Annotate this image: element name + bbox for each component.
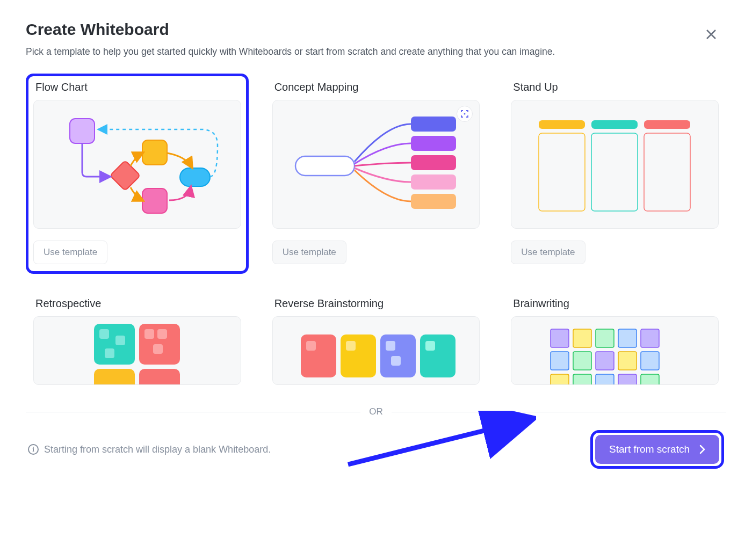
retrospective-icon bbox=[62, 318, 212, 385]
svg-rect-36 bbox=[425, 341, 435, 351]
svg-rect-37 bbox=[551, 329, 569, 347]
svg-rect-44 bbox=[596, 352, 614, 370]
svg-rect-35 bbox=[391, 356, 401, 366]
svg-rect-45 bbox=[618, 352, 637, 370]
svg-rect-32 bbox=[306, 341, 316, 351]
concept-mapping-icon bbox=[285, 108, 467, 221]
svg-rect-40 bbox=[618, 329, 637, 347]
svg-rect-46 bbox=[641, 352, 659, 370]
svg-rect-6 bbox=[411, 117, 456, 132]
svg-rect-43 bbox=[573, 352, 591, 370]
svg-rect-42 bbox=[551, 352, 569, 370]
svg-rect-9 bbox=[411, 174, 456, 190]
svg-rect-38 bbox=[573, 329, 591, 347]
svg-rect-22 bbox=[99, 329, 109, 339]
reverse-brainstorming-icon bbox=[290, 318, 462, 385]
use-template-button[interactable]: Use template bbox=[272, 241, 346, 264]
create-whiteboard-modal: Create Whiteboard Pick a template to hel… bbox=[0, 0, 752, 469]
template-preview bbox=[511, 100, 719, 229]
chevron-right-icon bbox=[699, 445, 705, 454]
svg-rect-41 bbox=[641, 329, 659, 347]
focus-icon[interactable] bbox=[457, 106, 473, 122]
svg-rect-50 bbox=[618, 374, 637, 385]
footer-hint-text: Starting from scratch will display a bla… bbox=[44, 444, 271, 455]
svg-rect-7 bbox=[411, 136, 456, 151]
flow-chart-icon bbox=[51, 108, 223, 221]
brainwriting-icon bbox=[534, 318, 696, 385]
svg-rect-2 bbox=[142, 188, 167, 213]
svg-rect-10 bbox=[411, 194, 456, 209]
svg-rect-1 bbox=[142, 140, 167, 165]
svg-rect-27 bbox=[153, 344, 163, 354]
template-title: Concept Mapping bbox=[272, 81, 480, 93]
svg-rect-0 bbox=[70, 119, 95, 143]
stand-up-icon bbox=[529, 111, 701, 218]
start-from-scratch-button[interactable]: Start from scratch bbox=[595, 435, 719, 464]
annotation-arrow-icon bbox=[343, 411, 536, 470]
svg-point-11 bbox=[464, 113, 466, 115]
use-template-button[interactable]: Use template bbox=[33, 241, 107, 264]
start-from-scratch-highlight: Start from scratch bbox=[590, 430, 724, 469]
svg-rect-51 bbox=[641, 374, 659, 385]
svg-rect-16 bbox=[591, 133, 638, 211]
svg-rect-15 bbox=[539, 133, 585, 211]
svg-rect-8 bbox=[411, 155, 456, 170]
modal-footer: i Starting from scratch will display a b… bbox=[26, 430, 726, 469]
svg-rect-28 bbox=[301, 334, 336, 377]
svg-rect-34 bbox=[386, 341, 395, 351]
template-preview bbox=[511, 316, 719, 385]
svg-rect-29 bbox=[341, 334, 376, 377]
template-grid: Flow Chart bbox=[26, 74, 726, 390]
template-title: Flow Chart bbox=[33, 81, 241, 93]
svg-rect-3 bbox=[110, 161, 141, 191]
svg-rect-4 bbox=[180, 168, 210, 186]
template-preview bbox=[33, 100, 241, 229]
use-template-button[interactable]: Use template bbox=[511, 241, 585, 264]
template-preview bbox=[272, 316, 480, 385]
close-button[interactable] bbox=[704, 27, 719, 42]
svg-rect-39 bbox=[596, 329, 614, 347]
svg-rect-13 bbox=[591, 120, 638, 129]
svg-rect-48 bbox=[573, 374, 591, 385]
svg-rect-12 bbox=[539, 120, 585, 129]
svg-rect-26 bbox=[157, 329, 167, 339]
svg-rect-17 bbox=[644, 133, 690, 211]
template-preview bbox=[33, 316, 241, 385]
close-icon bbox=[705, 28, 717, 40]
svg-rect-47 bbox=[551, 374, 569, 385]
template-title: Stand Up bbox=[511, 81, 719, 93]
info-icon: i bbox=[28, 444, 39, 455]
svg-rect-49 bbox=[596, 374, 614, 385]
template-card-concept-mapping[interactable]: Concept Mapping bbox=[265, 74, 488, 274]
template-card-stand-up[interactable]: Stand Up Use template bbox=[503, 74, 726, 274]
template-title: Retrospective bbox=[33, 297, 241, 310]
svg-line-52 bbox=[348, 420, 525, 464]
template-preview bbox=[272, 100, 480, 229]
svg-rect-5 bbox=[295, 156, 355, 176]
divider-label: OR bbox=[369, 406, 383, 417]
start-from-scratch-label: Start from scratch bbox=[609, 443, 690, 455]
template-card-brainwriting[interactable]: Brainwriting bbox=[503, 290, 726, 390]
svg-rect-33 bbox=[346, 341, 356, 351]
svg-rect-20 bbox=[94, 369, 135, 385]
svg-rect-24 bbox=[105, 348, 114, 358]
template-card-reverse-brainstorming[interactable]: Reverse Brainstorming bbox=[265, 290, 488, 390]
template-card-retrospective[interactable]: Retrospective bbox=[26, 290, 249, 390]
svg-rect-21 bbox=[139, 369, 180, 385]
modal-subtitle: Pick a template to help you get started … bbox=[26, 46, 726, 57]
svg-rect-31 bbox=[420, 334, 455, 377]
template-title: Reverse Brainstorming bbox=[272, 297, 480, 310]
modal-title: Create Whiteboard bbox=[26, 20, 726, 39]
svg-rect-23 bbox=[115, 336, 125, 345]
svg-rect-14 bbox=[644, 120, 690, 129]
template-title: Brainwriting bbox=[511, 297, 719, 310]
template-card-flow-chart[interactable]: Flow Chart bbox=[26, 74, 249, 274]
divider: OR bbox=[26, 406, 726, 417]
footer-hint: i Starting from scratch will display a b… bbox=[28, 444, 271, 455]
svg-rect-25 bbox=[144, 329, 154, 339]
